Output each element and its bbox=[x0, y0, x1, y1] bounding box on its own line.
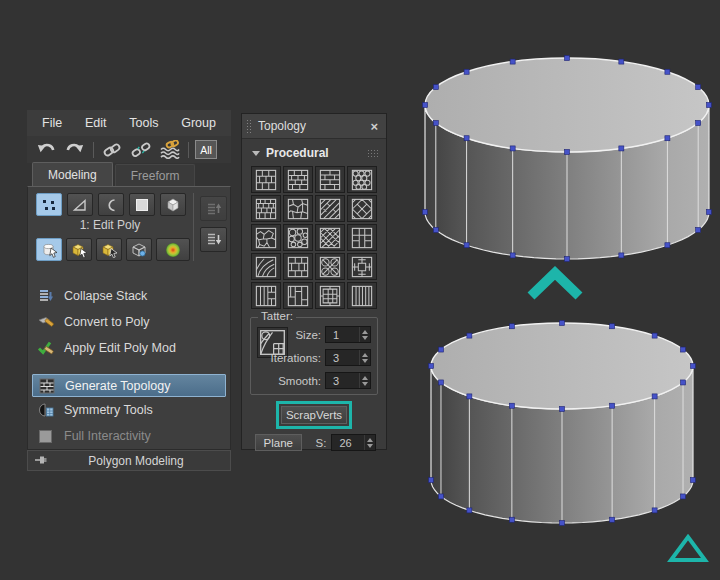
collapse-stack-item[interactable]: Collapse Stack bbox=[29, 283, 229, 309]
polygon-mode-button[interactable] bbox=[129, 193, 155, 216]
pattern-columns-blocks[interactable] bbox=[283, 282, 313, 309]
pattern-stones[interactable] bbox=[251, 224, 281, 251]
spinner-arrows[interactable] bbox=[359, 350, 370, 365]
spin-down-icon[interactable] bbox=[362, 382, 368, 386]
procedural-section-header[interactable]: Procedural bbox=[242, 139, 386, 162]
menu-edit[interactable]: Edit bbox=[85, 116, 107, 130]
spin-down-icon[interactable] bbox=[362, 359, 368, 363]
pattern-tiles-small[interactable] bbox=[251, 195, 281, 222]
s-value[interactable]: 26 bbox=[332, 435, 364, 450]
plane-button[interactable]: Plane bbox=[255, 434, 302, 451]
select-object-button[interactable] bbox=[36, 238, 62, 261]
polygon-modeling-bar[interactable]: Polygon Modeling bbox=[27, 450, 231, 471]
topology-titlebar[interactable]: Topology × bbox=[242, 114, 386, 139]
pattern-weave-diagonal[interactable] bbox=[315, 195, 345, 222]
size-row: Size: 1 bbox=[295, 326, 371, 343]
cube-lightbulb-button[interactable] bbox=[126, 238, 152, 261]
generate-topology-icon bbox=[37, 377, 56, 395]
menu-tools[interactable]: Tools bbox=[129, 116, 158, 130]
checkbox-icon bbox=[36, 427, 55, 445]
full-interactivity-item[interactable]: Full Interactivity bbox=[29, 423, 229, 449]
modifier-label: 1: Edit Poly bbox=[28, 218, 192, 232]
size-value[interactable]: 1 bbox=[326, 327, 359, 342]
pattern-stripes-mixed[interactable] bbox=[251, 282, 281, 309]
convert-to-poly-item[interactable]: Convert to Poly bbox=[29, 309, 229, 335]
generate-topology-item[interactable]: Generate Topology bbox=[32, 374, 226, 397]
iterations-row: Iterations: 3 bbox=[271, 349, 372, 366]
select-and-link-icon[interactable] bbox=[158, 138, 182, 161]
action-label: Symmetry Tools bbox=[64, 403, 153, 417]
modifier-stack-buttons bbox=[200, 196, 227, 252]
s-label: S: bbox=[316, 437, 327, 449]
action-label: Generate Topology bbox=[65, 379, 170, 393]
vertex-mode-button[interactable] bbox=[36, 193, 62, 216]
pattern-grid bbox=[242, 162, 386, 309]
spin-up-icon[interactable] bbox=[367, 438, 373, 442]
pattern-swirl[interactable] bbox=[251, 253, 281, 280]
spinner-arrows[interactable] bbox=[364, 435, 375, 450]
plane-row: Plane S: 26 bbox=[255, 434, 376, 451]
action-label: Collapse Stack bbox=[64, 289, 147, 303]
action-label: Full Interactivity bbox=[64, 429, 151, 443]
size-spinner[interactable]: 1 bbox=[325, 326, 371, 343]
pattern-quatrefoil[interactable] bbox=[315, 253, 345, 280]
pattern-grid-bordered[interactable] bbox=[315, 282, 345, 309]
all-button[interactable]: All bbox=[195, 140, 217, 159]
spin-up-icon[interactable] bbox=[362, 376, 368, 380]
tab-freeform[interactable]: Freeform bbox=[115, 164, 196, 186]
pattern-blocks[interactable] bbox=[251, 166, 281, 193]
pattern-mosaic[interactable] bbox=[283, 195, 313, 222]
spin-down-icon[interactable] bbox=[362, 336, 368, 340]
toolbar-separator bbox=[188, 142, 189, 158]
spin-down-icon[interactable] bbox=[367, 444, 373, 448]
pattern-crosshatch[interactable] bbox=[315, 224, 345, 251]
menu-file[interactable]: File bbox=[42, 116, 62, 130]
tab-modeling[interactable]: Modeling bbox=[32, 162, 113, 186]
ribbon-divider bbox=[193, 193, 194, 261]
smooth-value[interactable]: 3 bbox=[326, 373, 359, 388]
element-mode-button[interactable] bbox=[160, 193, 186, 216]
size-label: Size: bbox=[295, 329, 321, 341]
topology-panel: Topology × Procedural Tatter: Size: 1 It… bbox=[241, 113, 387, 450]
border-mode-button[interactable] bbox=[98, 193, 124, 216]
unlink-icon[interactable] bbox=[129, 138, 153, 161]
select-cube-button[interactable] bbox=[66, 238, 92, 261]
s-spinner[interactable]: 26 bbox=[331, 434, 376, 451]
section-grip-icon bbox=[367, 149, 378, 157]
redo-icon[interactable] bbox=[63, 138, 87, 161]
soft-selection-falloff-button[interactable] bbox=[156, 238, 190, 261]
scrapverts-button[interactable]: ScrapVerts bbox=[281, 406, 347, 424]
pattern-pinwheel[interactable] bbox=[347, 224, 377, 251]
triangle-annotation bbox=[671, 537, 705, 560]
smooth-spinner[interactable]: 3 bbox=[325, 372, 371, 389]
ribbon-panel: 1: Edit Poly Collapse Sta bbox=[27, 186, 231, 450]
modifier-down-button[interactable] bbox=[200, 227, 227, 252]
main-toolbar: All bbox=[27, 136, 231, 163]
pattern-lattice-diagonal[interactable] bbox=[347, 195, 377, 222]
pattern-honeycomb[interactable] bbox=[347, 166, 377, 193]
pattern-bricks[interactable] bbox=[315, 166, 345, 193]
action-label: Apply Edit Poly Mod bbox=[64, 341, 176, 355]
apply-edit-poly-item[interactable]: Apply Edit Poly Mod bbox=[29, 335, 229, 361]
edge-mode-button[interactable] bbox=[67, 193, 93, 216]
select-cube-alt-button[interactable] bbox=[96, 238, 122, 261]
pattern-bricks-stacked[interactable] bbox=[283, 166, 313, 193]
iterations-value[interactable]: 3 bbox=[326, 350, 359, 365]
pattern-columns[interactable] bbox=[347, 282, 377, 309]
menu-group[interactable]: Group bbox=[181, 116, 216, 130]
close-icon[interactable]: × bbox=[370, 120, 378, 133]
symmetry-tools-item[interactable]: Symmetry Tools bbox=[29, 397, 229, 423]
iterations-spinner[interactable]: 3 bbox=[325, 349, 371, 366]
action-label: Convert to Poly bbox=[64, 315, 149, 329]
spin-up-icon[interactable] bbox=[362, 353, 368, 357]
spinner-arrows[interactable] bbox=[359, 373, 370, 388]
tool-button-row bbox=[36, 238, 190, 261]
link-icon[interactable] bbox=[100, 138, 124, 161]
pattern-panels[interactable] bbox=[283, 253, 313, 280]
modifier-up-button[interactable] bbox=[200, 196, 227, 221]
pattern-cobble[interactable] bbox=[283, 224, 313, 251]
spinner-arrows[interactable] bbox=[359, 327, 370, 342]
pattern-cross-tiles[interactable] bbox=[347, 253, 377, 280]
spin-up-icon[interactable] bbox=[362, 330, 368, 334]
undo-icon[interactable] bbox=[34, 138, 58, 161]
